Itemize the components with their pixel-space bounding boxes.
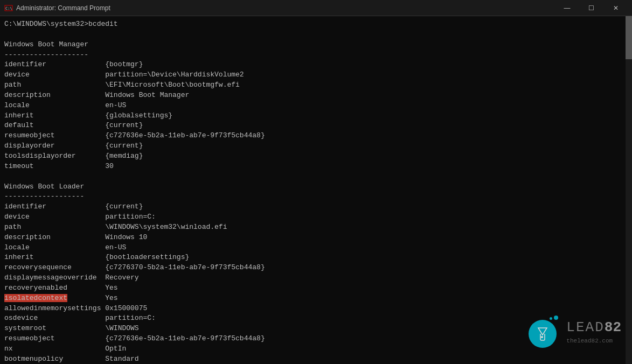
window-controls: — ☐ ✕ [555,0,628,16]
terminal-line-9: inherit {globalsettings} [4,111,628,121]
terminal-line-7: description Windows Boot Manager [4,90,628,101]
dot-large [554,316,558,320]
terminal-line-19: device partition=C: [4,212,628,222]
terminal-line-26: recoveryenabled Yes [4,283,628,293]
terminal-line-12: displayorder {current} [4,141,628,151]
terminal-line-20: path \WINDOWS\system32\winload.efi [4,222,628,233]
terminal-line-17: ------------------- [4,192,628,202]
terminal-line-21: description Windows 10 [4,233,628,243]
dot-small [550,317,552,320]
terminal-line-14: timeout 30 [4,162,628,172]
highlighted-text: isolatedcontext [4,294,67,302]
minimize-button[interactable]: — [555,0,579,16]
brand-circle [529,320,557,348]
terminal-line-11: resumeobject {c727636e-5b2a-11eb-ab7e-9f… [4,131,628,141]
terminal-line-23: inherit {bootloadersettings} [4,253,628,263]
terminal-line-22: locale en-US [4,243,628,253]
app-icon: C:\ [4,4,13,12]
terminal-line-33: bootmenupolicy Standard [4,354,628,364]
brand-name-prefix: LEAD [566,318,604,338]
terminal-line-16: Windows Boot Loader [4,182,628,192]
maximize-button[interactable]: ☐ [579,0,603,16]
brand-url: thelead82.com [566,337,621,346]
watermark: LEAD82 thelead82.com [529,316,621,348]
terminal-line-0: C:\WINDOWS\system32>bcdedit [4,19,628,30]
scrollbar[interactable] [626,16,632,364]
brand-icon [536,326,550,341]
terminal-line-2: Windows Boot Manager [4,40,628,50]
terminal-line-10: default {current} [4,121,628,131]
terminal-line-27: isolatedcontext Yes [4,293,628,304]
brand-text-block: LEAD82 thelead82.com [566,318,621,346]
terminal-line-18: identifier {current} [4,202,628,212]
terminal-line-15 [4,172,628,182]
svg-text:C:\: C:\ [5,6,12,11]
terminal-line-25: displaymessageoverride Recovery [4,273,628,283]
terminal-line-24: recoverysequence {c7276370-5b2a-11eb-ab7… [4,263,628,273]
terminal-line-3: -------------------- [4,50,628,60]
terminal-line-13: toolsdisplayorder {memdiag} [4,151,628,162]
brand-name-suffix: 82 [605,318,621,338]
terminal-line-4: identifier {bootmgr} [4,60,628,70]
terminal-window[interactable]: C:\WINDOWS\system32>bcdedit Windows Boot… [0,16,632,364]
terminal-line-28: allowedinmemorysettings 0x15000075 [4,304,628,314]
close-button[interactable]: ✕ [603,0,628,16]
terminal-line-6: path \EFI\Microsoft\Boot\bootmgfw.efi [4,80,628,90]
scrollbar-thumb[interactable] [626,16,632,59]
titlebar: C:\ Administrator: Command Prompt — ☐ ✕ [0,0,632,16]
svg-point-3 [541,336,543,338]
window-title: Administrator: Command Prompt [16,4,555,12]
terminal-line-8: locale en-US [4,101,628,111]
terminal-line-5: device partition=\Device\HarddiskVolume2 [4,70,628,80]
terminal-line-1 [4,30,628,40]
terminal-output: C:\WINDOWS\system32>bcdedit Windows Boot… [4,19,628,364]
